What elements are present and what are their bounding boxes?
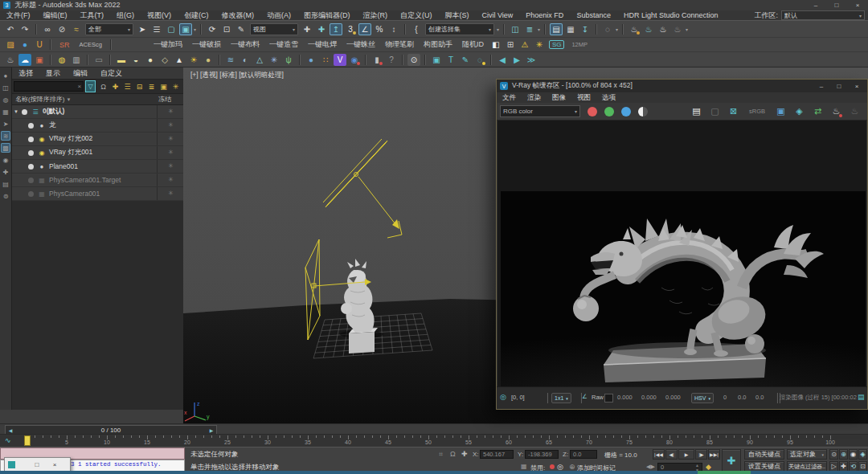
time-slider-handle[interactable]: [24, 435, 31, 446]
named-selection-sets-dropdown[interactable]: 全部▾: [85, 23, 133, 35]
search-input[interactable]: ×: [14, 81, 84, 92]
node-label[interactable]: Plane001: [49, 162, 78, 170]
vfb-menu-1[interactable]: 渲染: [522, 92, 547, 103]
visibility-eye-icon[interactable]: [28, 191, 34, 197]
bind-spacewarp-icon[interactable]: ≈: [70, 23, 83, 35]
zoom-extents-icon[interactable]: ◉: [849, 449, 858, 460]
flyout-arrow-icon[interactable]: ▾: [538, 27, 540, 32]
load-image-icon[interactable]: ▢: [708, 105, 722, 118]
select-object-icon[interactable]: ➤: [136, 23, 149, 35]
key-mode-icon[interactable]: ◆: [706, 463, 711, 471]
stop-render-icon[interactable]: ♨: [829, 105, 843, 118]
explorer-menu-3[interactable]: 自定义: [94, 67, 129, 79]
explorer-row[interactable]: ◉VRay 灯光001✳: [12, 146, 183, 160]
vray-sphere-light-icon[interactable]: ●: [144, 54, 157, 66]
selection-lock-icon[interactable]: Ω: [450, 450, 456, 458]
layer-stack-icon[interactable]: ☰: [122, 81, 133, 92]
pen-tool-icon[interactable]: ✎: [459, 54, 472, 66]
pin-icon[interactable]: ◎: [500, 393, 506, 401]
align-icon[interactable]: ≣: [523, 23, 536, 35]
filter-bones-icon[interactable]: ✚: [1, 167, 10, 177]
explorer-menu-2[interactable]: 编辑: [67, 67, 94, 79]
acescg-button[interactable]: ACEScg: [75, 41, 107, 48]
select-and-rotate-icon[interactable]: ⟳: [206, 23, 219, 35]
frozen-toggle[interactable]: ✳: [157, 105, 184, 118]
track-bar[interactable]: ∿ 51015202530354045505560657075808590951…: [0, 434, 868, 447]
vray-menu-icon[interactable]: V: [334, 54, 346, 66]
menubar-item-0[interactable]: 文件(F): [0, 10, 37, 20]
vfb-menu-3[interactable]: 视图: [571, 92, 596, 103]
workspace-dropdown[interactable]: 默认▾: [781, 10, 865, 20]
snap-toggle-icon[interactable]: ↥: [330, 23, 342, 35]
node-label[interactable]: VRay 灯光002: [49, 134, 92, 144]
visibility-eye-icon[interactable]: [28, 137, 34, 142]
percent-snap-icon[interactable]: %: [373, 23, 386, 35]
play-button[interactable]: ▶: [678, 449, 694, 460]
go-to-end-button[interactable]: ▶▶|: [708, 449, 720, 460]
menubar-item-1[interactable]: 编辑(E): [37, 10, 74, 20]
vfb-menu-0[interactable]: 文件: [497, 92, 522, 103]
explorer-menu-0[interactable]: 选择: [12, 67, 39, 79]
prev-frame-icon[interactable]: ◀: [6, 427, 15, 433]
physical-brush-button[interactable]: 物理笔刷: [380, 39, 419, 50]
frozen-column-header[interactable]: 冻结: [158, 95, 171, 104]
lasso-tool-icon[interactable]: ◌: [473, 54, 486, 66]
undo-icon[interactable]: ↶: [4, 23, 17, 35]
vray-sun-icon[interactable]: ☀: [187, 54, 200, 66]
explorer-row[interactable]: ●龙✳: [12, 119, 183, 133]
transform-type-icon[interactable]: ✚: [461, 450, 468, 458]
sg-button[interactable]: SG: [549, 40, 565, 49]
name-column-header[interactable]: 名称(按降序排序) ▼: [12, 95, 72, 104]
vray-plane-icon[interactable]: ≋: [224, 54, 237, 66]
filter-icon[interactable]: ▽: [85, 80, 96, 92]
filter-groups-icon[interactable]: ▩: [1, 143, 10, 153]
node-label[interactable]: PhysCamera001.Target: [49, 176, 121, 184]
channel-dropdown[interactable]: RGB color▾: [500, 105, 580, 117]
filter-shapes-icon[interactable]: ◫: [1, 83, 10, 92]
vray-camera-rig-icon[interactable]: △: [253, 54, 266, 66]
blue-channel-icon[interactable]: [621, 107, 631, 116]
x-coordinate-field[interactable]: 540.167: [480, 450, 514, 459]
one-key-snow-button[interactable]: 一键造雪: [264, 39, 303, 50]
trackbar-curve-icon[interactable]: ∿: [5, 436, 11, 444]
unlink-icon[interactable]: ⊘: [55, 23, 68, 35]
maximize-icon[interactable]: □: [826, 0, 847, 10]
render-last-icon[interactable]: ♨: [848, 105, 862, 118]
menubar-item-5[interactable]: 创建(C): [178, 10, 215, 20]
flyout-arrow-icon[interactable]: ▾: [194, 27, 196, 32]
use-pivot-point-icon[interactable]: ✚: [301, 23, 313, 35]
reference-coordinate-dropdown[interactable]: 视图▾: [250, 23, 298, 35]
minimize-icon[interactable]: –: [805, 0, 826, 10]
sticker-icon[interactable]: ⊞: [504, 39, 517, 51]
snaps-3d-icon[interactable]: 3: [344, 23, 357, 35]
explorer-row[interactable]: ●Plane001✳: [12, 160, 183, 174]
zoom-icon[interactable]: ⊙: [829, 449, 838, 460]
menubar-item-7[interactable]: 动画(A): [260, 10, 297, 20]
filter-cameras-icon[interactable]: ▦: [1, 107, 10, 116]
close-icon[interactable]: ×: [847, 0, 868, 10]
node-label[interactable]: 0(默认): [43, 107, 64, 116]
green-channel-icon[interactable]: [604, 107, 614, 116]
menubar-item-14[interactable]: Substance: [570, 10, 617, 20]
visibility-eye-icon[interactable]: [28, 164, 34, 170]
app-colorlayers-icon[interactable]: ▨: [4, 39, 17, 51]
frozen-toggle[interactable]: ✳: [157, 160, 184, 173]
filter-spacewarps-icon[interactable]: ≋: [1, 131, 10, 141]
rendered-frame-window-icon[interactable]: ♨: [642, 23, 655, 35]
frozen-toggle[interactable]: ✳: [157, 119, 184, 132]
composition-helper-button[interactable]: 构图助手: [419, 39, 457, 50]
update-icon[interactable]: ⇄: [811, 105, 825, 118]
z-coordinate-field[interactable]: 0.0: [570, 450, 597, 459]
select-and-place-icon[interactable]: ✎: [235, 23, 248, 35]
show-corrections-icon[interactable]: ▣: [774, 105, 788, 118]
vray-proxy-icon[interactable]: ◉: [348, 54, 361, 66]
render-iterative-icon[interactable]: ♨: [671, 23, 684, 35]
menubar-item-12[interactable]: Civil View: [476, 10, 520, 20]
menubar-item-6[interactable]: 修改器(M): [215, 10, 261, 20]
filter-lights-icon[interactable]: ◍: [1, 95, 10, 104]
menubar-item-15[interactable]: HDR Light Studio Connection: [617, 10, 725, 20]
explorer-row[interactable]: ◉VRay 灯光002✳: [12, 133, 183, 146]
frozen-toggle[interactable]: ✳: [157, 187, 184, 200]
filter-materials-icon[interactable]: ⊚: [1, 191, 10, 201]
hsv-dropdown[interactable]: HSV▾: [691, 393, 714, 403]
